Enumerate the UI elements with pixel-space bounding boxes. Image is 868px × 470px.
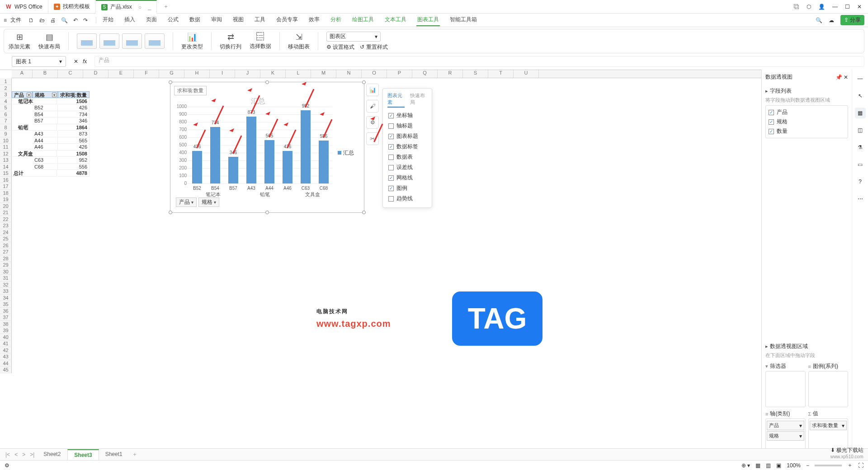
row-header[interactable]: 34 [0,295,12,301]
column-header[interactable]: U [514,70,539,78]
row-header[interactable]: 20 [0,203,12,210]
resize-handle[interactable] [265,211,269,214]
grid-body[interactable]: 1234567891011121314151617181920212223242… [0,78,761,458]
row-header[interactable]: 36 [0,308,12,315]
ribbon-tab[interactable]: 工具 [254,14,266,26]
checkbox-icon[interactable]: ✓ [388,144,394,150]
row-header[interactable]: 29 [0,262,12,268]
set-format-button[interactable]: ⚙ 设置格式 [326,43,354,51]
checkbox-icon[interactable]: ✓ [388,175,394,181]
area-chip[interactable]: 产品 ▾ [767,421,804,430]
ribbon-tab[interactable]: 效率 [308,14,321,26]
popup-tab-layout[interactable]: 快速布局 [410,92,427,108]
bar[interactable] [264,140,274,183]
ribbon-tab[interactable]: 文本工具 [384,14,407,26]
checkbox-icon[interactable] [388,155,394,160]
new-icon[interactable]: 🗋 [28,17,34,24]
bar[interactable] [192,151,202,183]
bar[interactable] [283,151,292,183]
minimize-pane-icon[interactable]: — [855,73,866,84]
app-tab-wps[interactable]: W WPS Office [0,0,48,14]
select-data-button[interactable]: ⿳选择数据 [250,32,271,50]
row-header[interactable]: 43 [0,353,12,360]
new-tab-button[interactable]: ＋ [157,3,175,10]
row-header[interactable]: 44 [0,360,12,367]
column-header[interactable]: G [159,70,184,78]
column-header[interactable]: M [311,70,336,78]
chart-style-button[interactable]: 🖌 [366,100,379,113]
row-header[interactable]: 30 [0,268,12,275]
print-icon[interactable]: 🖨 [50,17,56,24]
undo-icon[interactable]: ↶ [73,17,78,24]
bar[interactable] [319,141,329,183]
chart-title[interactable]: 求和项:数量 [174,86,207,95]
pivot-tool-icon[interactable]: ▦ [855,108,866,118]
search-icon[interactable]: 🔍 [816,17,822,24]
sheet-nav-next[interactable]: > [20,451,27,458]
row-header[interactable]: 39 [0,327,12,334]
column-header[interactable]: D [83,70,108,78]
ribbon-tab[interactable]: 智能工具箱 [449,14,478,26]
ribbon-tab[interactable]: 开始 [102,14,114,26]
row-header[interactable]: 19 [0,196,12,203]
row-header[interactable]: 42 [0,347,12,354]
cloud-icon[interactable]: ☁ [829,17,834,24]
row-header[interactable]: 41 [0,340,12,347]
book-tool-icon[interactable]: ▭ [855,159,866,170]
close-icon[interactable]: ⎯ [148,4,151,10]
filter-product[interactable]: 产品 ▾ [176,197,197,207]
checkbox-icon[interactable]: ✓ [769,110,774,115]
row-header[interactable]: 5 [0,104,12,111]
row-header[interactable]: 6 [0,111,12,118]
resize-handle[interactable] [169,80,172,84]
cube-icon[interactable]: ⬡ [807,4,811,10]
row-header[interactable]: 38 [0,321,12,328]
chart-area-select[interactable]: 图表区▾ [326,32,381,42]
row-header[interactable]: 18 [0,190,12,197]
row-header[interactable]: 21 [0,209,12,216]
sheet-nav-last[interactable]: >| [28,451,36,458]
ribbon-tab[interactable]: 绘图工具 [351,14,375,26]
column-header[interactable]: B [33,70,58,78]
app-tab-document[interactable]: S 产品.xlsx ○ ⎯ [96,0,157,14]
row-header[interactable]: 28 [0,255,12,262]
pivot-chart[interactable]: 求和项:数量 汇总 010020030040050060070080090010… [170,82,364,213]
redo-icon[interactable]: ↷ [83,17,88,24]
checkbox-icon[interactable]: ✓ [388,113,394,118]
column-header[interactable]: E [108,70,134,78]
checkbox-icon[interactable] [388,123,394,129]
chart-element-option[interactable]: ✓图例 [383,183,432,193]
areas-header[interactable]: ▸ 数据透视图区域 [765,343,848,350]
formula-input[interactable]: 产品 [94,56,864,67]
ribbon-tab[interactable]: 审阅 [210,14,223,26]
checkbox-icon[interactable]: ✓ [388,186,394,191]
filter-spec[interactable]: 规格 ▾ [198,197,219,207]
row-header[interactable]: 10 [0,137,12,144]
chart-element-option[interactable]: 轴标题 [383,121,432,131]
field-list[interactable]: ✓产品✓规格✓数量 [765,105,848,138]
row-header[interactable]: 15 [0,170,12,177]
area-chip[interactable]: 规格 ▾ [767,431,804,441]
ribbon-tab[interactable]: 数据 [189,14,201,26]
column-header[interactable]: K [260,70,286,78]
row-header[interactable]: 8 [0,124,12,131]
column-header[interactable]: S [463,70,488,78]
row-header[interactable]: 9 [0,131,12,137]
row-header[interactable]: 3 [0,91,12,98]
pivot-field[interactable]: ✓数量 [768,127,846,136]
pivot-field[interactable]: ✓规格 [768,117,846,127]
row-header[interactable]: 17 [0,183,12,190]
layout-thumb[interactable] [77,33,97,49]
ribbon-tab[interactable]: 页面 [145,14,158,26]
move-chart-button[interactable]: ⇲移动图表 [288,32,310,51]
row-header[interactable]: 16 [0,177,12,183]
row-header[interactable]: 45 [0,367,12,373]
row-header[interactable]: 14 [0,164,12,170]
reset-style-button[interactable]: ↺ 重置样式 [360,43,387,51]
column-header[interactable]: A [12,70,33,78]
filter-dropdown-icon[interactable]: ▾ [52,93,57,97]
bar[interactable] [228,157,238,183]
checkbox-icon[interactable]: ✓ [769,129,774,134]
row-header[interactable]: 25 [0,235,12,242]
open-icon[interactable]: 🗁 [39,17,45,24]
